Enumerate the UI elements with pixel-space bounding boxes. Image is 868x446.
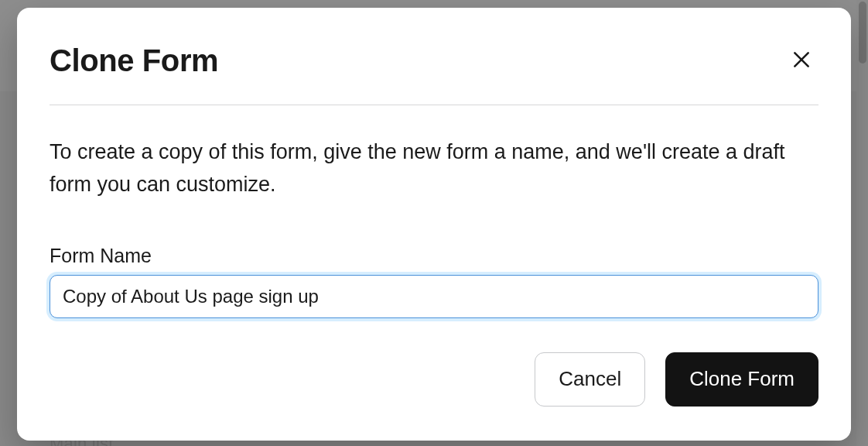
- form-name-input[interactable]: [50, 275, 818, 318]
- modal-title: Clone Form: [50, 43, 218, 78]
- form-name-label: Form Name: [50, 245, 818, 267]
- modal-actions: Cancel Clone Form: [50, 352, 818, 407]
- divider: [50, 105, 818, 105]
- close-icon: [791, 50, 812, 72]
- cancel-button[interactable]: Cancel: [535, 352, 645, 407]
- close-button[interactable]: [784, 44, 818, 78]
- clone-form-modal: Clone Form To create a copy of this form…: [17, 8, 851, 441]
- clone-form-button[interactable]: Clone Form: [665, 352, 818, 407]
- modal-description: To create a copy of this form, give the …: [50, 136, 818, 201]
- form-name-field-group: Form Name: [50, 245, 818, 318]
- modal-header: Clone Form: [50, 43, 818, 78]
